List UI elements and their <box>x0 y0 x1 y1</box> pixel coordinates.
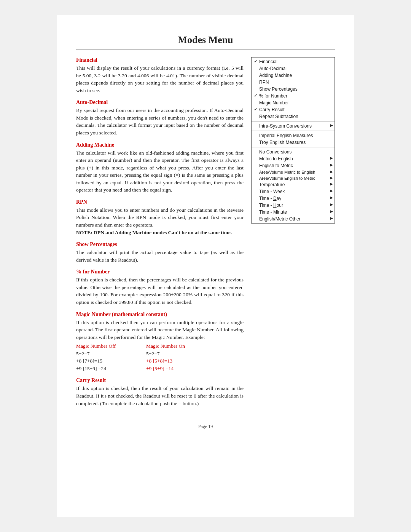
page: Modes Menu Financial This will display t… <box>57 15 354 517</box>
page-number: Page 19 <box>76 424 335 430</box>
magic-off-header: Magic Number Off <box>76 342 116 350</box>
menu-item-imperial-english[interactable]: Imperial English Measures <box>252 132 335 139</box>
show-percentages-body: The calculator will print the actual per… <box>76 249 244 264</box>
magic-table: Magic Number Off 5+2=7 +8 [7+8]=15 +9 [1… <box>76 342 244 372</box>
section-financial: Financial This will display the result o… <box>76 57 244 94</box>
magic-col-off: Magic Number Off 5+2=7 +8 [7+8]=15 +9 [1… <box>76 342 116 372</box>
magic-off-row1: 5+2=7 <box>76 350 116 358</box>
separator-3 <box>252 147 335 147</box>
menu-item-area-vol-english-to-metric[interactable]: Area/Volume English to Metric <box>252 175 335 181</box>
menu-item-adding-machine[interactable]: Adding Machine <box>252 72 335 79</box>
auto-decimal-title: Auto-Decimal <box>76 99 244 105</box>
auto-decimal-body: By special request from our users in the… <box>76 107 244 136</box>
magic-number-body: If this option is checked then you can p… <box>76 319 244 372</box>
section-rpn: RPN This mode allows you to enter number… <box>76 199 244 236</box>
menu-item-english-to-metric[interactable]: English to Metric <box>252 162 335 169</box>
menu-item-show-percentages[interactable]: Show Percentages <box>252 86 335 93</box>
section-show-percentages: Show Percentages The calculator will pri… <box>76 241 244 264</box>
menu-item-rpn[interactable]: RPN <box>252 79 335 86</box>
show-percentages-title: Show Percentages <box>76 241 244 248</box>
menu-item-time-week[interactable]: Time - Week <box>252 188 335 195</box>
menu-item-metric-to-english[interactable]: Metric to English <box>252 155 335 162</box>
section-carry-result: Carry Result If this option is checked, … <box>76 377 244 407</box>
magic-off-row2: +8 [7+8]=15 <box>76 357 116 365</box>
separator-2 <box>252 131 335 131</box>
carry-result-title: Carry Result <box>76 377 244 383</box>
menu-item-time-minute[interactable]: Time - Minute <box>252 209 335 216</box>
menu-item-repeat-subtraction[interactable]: Repeat Subtraction <box>252 113 335 120</box>
menu-item-carry-result[interactable]: Carry Result <box>252 106 335 113</box>
modes-menu-panel[interactable]: Financial Auto-Decimal Adding Machine RP… <box>251 57 335 224</box>
menu-item-area-vol-metric-to-english[interactable]: Area/Volume Metric to English <box>252 169 335 175</box>
section-adding-machine: Adding Machine The calculator will work … <box>76 142 244 194</box>
magic-off-row3: +9 [15+9] =24 <box>76 365 116 372</box>
section-magic-number: Magic Number (mathematical constant) If … <box>76 312 244 372</box>
magic-on-row1: 5+2=7 <box>146 350 185 358</box>
menu-item-time-hour[interactable]: Time - Hour <box>252 202 335 209</box>
left-column: Financial This will display the result o… <box>76 57 251 412</box>
rpn-body: This mode allows you to enter numbers an… <box>76 206 244 236</box>
carry-result-body: If this option is checked, then the resu… <box>76 385 244 407</box>
pct-for-number-body: If this option is checked, then the perc… <box>76 276 244 306</box>
magic-number-title: Magic Number (mathematical constant) <box>76 312 244 318</box>
menu-item-troy-english[interactable]: Troy English Measures <box>252 139 335 146</box>
menu-item-temperature[interactable]: Temperature <box>252 181 335 188</box>
section-pct-for-number: % for Number If this option is checked, … <box>76 269 244 306</box>
menu-item-english-metric-other[interactable]: English/Metric Other <box>252 216 335 222</box>
pct-for-number-title: % for Number <box>76 269 244 275</box>
menu-item-magic-number[interactable]: Magic Number <box>252 99 335 106</box>
menu-item-financial[interactable]: Financial <box>252 58 335 65</box>
section-auto-decimal: Auto-Decimal By special request from our… <box>76 99 244 136</box>
rpn-note: NOTE: RPN and Adding Machine modes Can't… <box>76 230 232 235</box>
magic-col-on: Magic Number On 5+2=7 +8 [5+8]=13 +9 [5+… <box>146 342 185 372</box>
adding-machine-title: Adding Machine <box>76 142 244 148</box>
magic-on-header: Magic Number On <box>146 342 185 350</box>
content-area: Financial This will display the result o… <box>76 57 335 412</box>
separator-1 <box>252 121 335 121</box>
financial-body: This will display the result of your cal… <box>76 64 244 94</box>
menu-item-intra-system[interactable]: Intra-System Conversions <box>252 123 335 129</box>
magic-on-row2: +8 [5+8]=13 <box>146 357 185 365</box>
magic-on-row3: +9 [5+9] =14 <box>146 365 185 372</box>
menu-item-no-conversions[interactable]: No Conversions <box>252 149 335 155</box>
menu-item-time-day[interactable]: Time - Day <box>252 195 335 202</box>
right-column: Financial Auto-Decimal Adding Machine RP… <box>251 57 335 412</box>
menu-item-pct-for-number[interactable]: % for Number <box>252 93 335 99</box>
page-title: Modes Menu <box>76 34 335 50</box>
rpn-title: RPN <box>76 199 244 205</box>
menu-item-auto-decimal[interactable]: Auto-Decimal <box>252 65 335 72</box>
adding-machine-body: The calculator will work like an old-fas… <box>76 149 244 194</box>
financial-title: Financial <box>76 57 244 63</box>
